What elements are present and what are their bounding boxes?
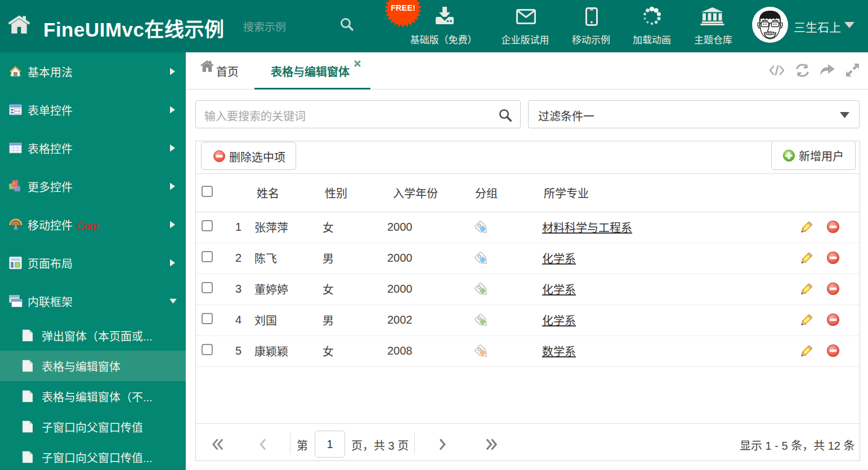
svg-text:FREE!: FREE! [391, 3, 415, 12]
